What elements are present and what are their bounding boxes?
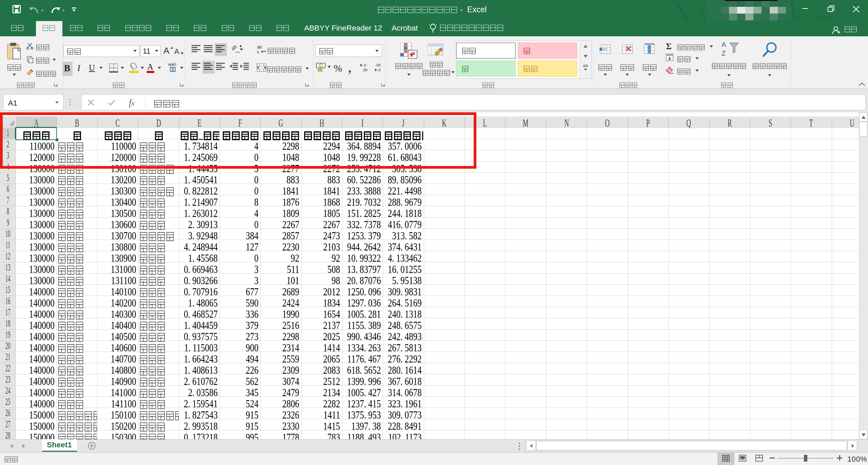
svg-text:.0: .0: [363, 63, 366, 67]
svg-text:.0: .0: [377, 68, 381, 72]
svg-text:.00: .00: [362, 68, 368, 72]
svg-text:A: A: [174, 47, 179, 56]
svg-text:.00: .00: [375, 63, 381, 67]
svg-text:c: c: [257, 49, 259, 54]
svg-text:ab: ab: [232, 44, 238, 52]
svg-text:ab: ab: [257, 45, 262, 50]
svg-text:A: A: [163, 45, 170, 56]
svg-text:Z: Z: [722, 50, 726, 57]
svg-text:wén: wén: [168, 62, 176, 67]
svg-text:A: A: [722, 41, 726, 48]
